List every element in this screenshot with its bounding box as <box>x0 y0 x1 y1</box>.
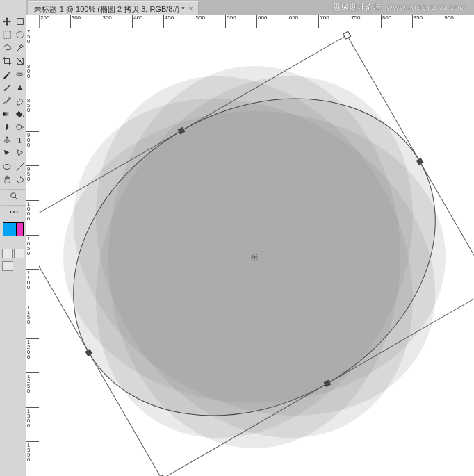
watermark-main: 思缘设计论坛 <box>333 3 381 11</box>
ruler-tick: 1000 <box>26 200 39 208</box>
type-tool[interactable]: T <box>14 134 26 147</box>
line-tool[interactable] <box>14 161 26 173</box>
ruler-tick: 650 <box>288 15 298 28</box>
svg-point-2 <box>17 32 24 38</box>
magic-wand-tool[interactable] <box>14 42 26 54</box>
artboard-tool[interactable] <box>14 15 26 28</box>
document-tab-title: 未标题-1 @ 100% (椭圆 2 拷贝 3, RGB/8#) * <box>34 2 185 16</box>
ruler-tick: 850 <box>412 15 423 28</box>
ruler-tick: 1350 <box>26 441 39 449</box>
watermark-sub: WWW.MISSYUAN.COM <box>386 4 466 11</box>
color-swatches[interactable] <box>3 222 24 243</box>
ruler-tick: 400 <box>132 15 142 28</box>
ruler-tick: 500 <box>195 15 205 28</box>
svg-text:T: T <box>17 136 23 145</box>
ellipse-marquee-tool[interactable] <box>14 28 26 41</box>
document-tab[interactable]: 未标题-1 @ 100% (椭圆 2 拷贝 3, RGB/8#) * × <box>28 1 199 16</box>
history-brush-tool[interactable] <box>1 95 13 107</box>
ruler-tick: 1300 <box>26 407 39 415</box>
ruler-origin[interactable] <box>26 15 40 28</box>
screen-mode-buttons <box>2 249 24 258</box>
eyedropper-tool[interactable] <box>1 68 13 81</box>
transform-center-icon[interactable] <box>251 254 258 261</box>
tool-grid: T ⋯ <box>1 15 26 218</box>
ruler-tick: 850 <box>26 97 39 104</box>
rotate-view-tool[interactable] <box>14 174 26 186</box>
foreground-color-swatch[interactable] <box>3 222 17 236</box>
frame-tool[interactable] <box>14 55 26 67</box>
ruler-tick: 1050 <box>26 235 39 243</box>
ruler-tick: 550 <box>225 15 236 28</box>
svg-rect-24 <box>343 31 351 39</box>
svg-point-7 <box>17 125 22 130</box>
quickmask-mode-button[interactable] <box>14 249 24 258</box>
eraser-tool[interactable] <box>14 95 26 107</box>
close-tab-icon[interactable]: × <box>189 2 193 16</box>
edit-toolbar[interactable]: ⋯ <box>1 205 26 218</box>
standard-mode-button[interactable] <box>2 249 13 258</box>
toolbox: T ⋯ <box>0 0 27 476</box>
ruler-tick: 700 <box>318 15 329 28</box>
ruler-tick: 450 <box>163 15 174 28</box>
ruler-tick: 250 <box>39 15 49 28</box>
crop-tool[interactable] <box>1 55 13 67</box>
dodge-tool[interactable] <box>14 121 26 133</box>
document-tab-bar: 未标题-1 @ 100% (椭圆 2 拷贝 3, RGB/8#) * × 思缘设… <box>26 0 474 16</box>
ruler-tick: 350 <box>101 15 111 28</box>
lasso-tool[interactable] <box>1 42 13 54</box>
svg-rect-6 <box>3 112 11 115</box>
ruler-vertical[interactable]: 7508008509009501000105011001150120012501… <box>26 28 40 476</box>
canvas-artwork <box>39 28 474 476</box>
brush-tool[interactable] <box>1 81 13 94</box>
paint-bucket-tool[interactable] <box>14 108 26 120</box>
ruler-tick: 900 <box>26 131 39 139</box>
ruler-tick: 1150 <box>26 304 39 311</box>
ruler-tick: 1250 <box>26 372 39 380</box>
clone-stamp-tool[interactable] <box>14 81 26 94</box>
ruler-tick: 800 <box>26 63 39 70</box>
rect-marquee-tool[interactable] <box>1 28 13 41</box>
ruler-tick: 1200 <box>26 338 39 346</box>
zoom-tool[interactable] <box>1 189 26 202</box>
svg-rect-0 <box>17 19 24 25</box>
spot-heal-tool[interactable] <box>14 68 26 81</box>
svg-point-10 <box>10 193 15 198</box>
direct-select-tool[interactable] <box>14 147 26 160</box>
hand-tool[interactable] <box>1 174 13 186</box>
svg-point-9 <box>3 165 11 170</box>
move-tool[interactable] <box>1 15 13 28</box>
ruler-horizontal[interactable]: 2503003504004505005506006507007508008509… <box>26 15 474 28</box>
path-select-tool[interactable] <box>1 147 13 160</box>
canvas[interactable] <box>39 28 474 476</box>
screen-mode-buttons-2 <box>2 261 24 271</box>
ruler-tick: 600 <box>256 15 267 28</box>
photoshop-window: T ⋯ 未标题-1 @ 100% (椭圆 2 拷贝 3, RGB/8#) * × <box>0 0 474 476</box>
gradient-tool[interactable] <box>1 108 13 120</box>
ruler-tick: 950 <box>26 165 39 173</box>
ruler-tick: 300 <box>70 15 81 28</box>
pen-tool[interactable] <box>1 134 13 147</box>
screen-mode-button[interactable] <box>2 261 13 271</box>
svg-rect-1 <box>3 31 11 39</box>
watermark: 思缘设计论坛 WWW.MISSYUAN.COM <box>333 2 466 13</box>
ruler-tick: 1100 <box>26 269 39 277</box>
ellipse-shape-tool[interactable] <box>1 161 13 173</box>
ruler-tick: 750 <box>26 28 39 35</box>
ruler-tick: 900 <box>443 15 453 28</box>
ruler-tick: 750 <box>350 15 360 28</box>
blur-tool[interactable] <box>1 121 13 133</box>
ruler-tick: 800 <box>381 15 391 28</box>
